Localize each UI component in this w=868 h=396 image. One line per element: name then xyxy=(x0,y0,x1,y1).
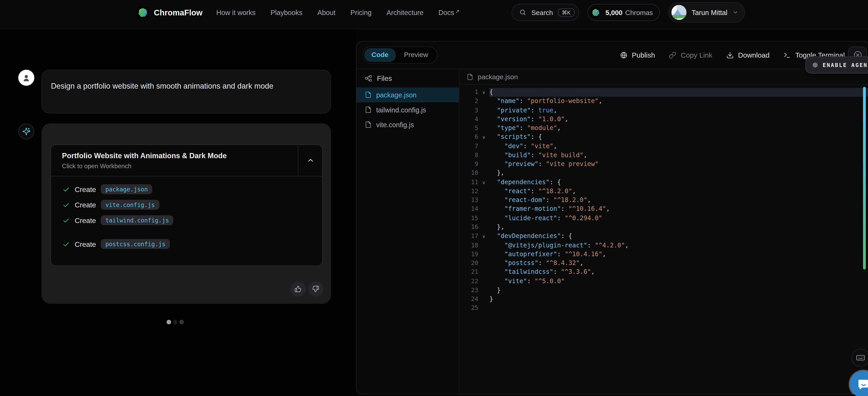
code-line-17[interactable]: 17∨ "devDependencies": { xyxy=(459,232,868,241)
nav-link-docs[interactable]: Docs↗ xyxy=(438,9,460,16)
fold-spacer xyxy=(478,214,489,223)
feedback-buttons xyxy=(290,282,323,297)
code-line-24[interactable]: 24} xyxy=(459,295,868,304)
avatar: Tar… xyxy=(672,5,687,20)
code-line-15[interactable]: 15 "lucide-react": "^0.294.0" xyxy=(459,214,868,223)
user-menu[interactable]: Tar… Tarun Mittal xyxy=(668,2,745,23)
file-item-vite-config-js[interactable]: vite.config.js xyxy=(356,118,459,132)
editor-tab-label: package.json xyxy=(478,73,518,80)
line-number: 19 xyxy=(459,250,478,259)
nav-link-playbooks[interactable]: Playbooks xyxy=(271,9,303,16)
fold-spacer xyxy=(478,97,489,106)
nav-link-architecture[interactable]: Architecture xyxy=(386,9,424,16)
code-line-6[interactable]: 6∨ "scripts": { xyxy=(459,133,868,142)
line-number: 5 xyxy=(459,124,478,133)
line-number: 22 xyxy=(459,277,478,286)
user-message-text: Design a portfolio website with smooth a… xyxy=(51,82,274,90)
fold-spacer xyxy=(478,286,489,295)
code-line-5[interactable]: 5 "type": "module", xyxy=(459,124,868,133)
code-line-19[interactable]: 19 "autoprefixer": "^10.4.16", xyxy=(459,250,868,259)
code-line-22[interactable]: 22 "vite": "^5.0.0" xyxy=(459,277,868,286)
code-text: "react": "^18.2.0", xyxy=(489,187,576,196)
file-item-tailwind-config-js[interactable]: tailwind.config.js xyxy=(356,102,459,118)
editor-scrollbar[interactable] xyxy=(863,87,865,269)
code-text: "autoprefixer": "^10.4.16", xyxy=(489,250,606,259)
chevron-down-icon xyxy=(732,9,738,15)
download-button[interactable]: Download xyxy=(726,51,770,59)
code-text: } xyxy=(489,295,493,304)
code-line-16[interactable]: 16 }, xyxy=(459,223,868,232)
file-tree-icon xyxy=(365,75,372,82)
fold-toggle-icon[interactable]: ∨ xyxy=(478,232,489,241)
code-line-11[interactable]: 11∨ "dependencies": { xyxy=(459,178,868,187)
workbench-collapse-button[interactable] xyxy=(298,145,322,176)
code-line-9[interactable]: 9 "preview": "vite preview" xyxy=(459,160,868,169)
chat-panel: Design a portfolio website with smooth a… xyxy=(0,29,356,396)
workspace-panel: CodePreview PublishCopy LinkDownloadTogg… xyxy=(356,41,868,395)
code-text: "vite": "^5.0.0" xyxy=(489,277,565,286)
file-item-package-json[interactable]: package.json xyxy=(356,88,459,102)
line-number: 18 xyxy=(459,241,478,250)
brand[interactable]: ChromaFlow xyxy=(137,6,203,19)
code-line-10[interactable]: 10 }, xyxy=(459,169,868,178)
carousel-dot-2[interactable] xyxy=(173,320,177,324)
thumbs-down-icon xyxy=(312,286,319,293)
credits-badge[interactable]: 5,000 Chromas xyxy=(587,4,660,21)
nav-link-how-it-works[interactable]: How it works xyxy=(216,9,255,16)
enable-agents-toggle[interactable]: ENABLE AGENTS xyxy=(805,56,868,74)
fold-spacer xyxy=(478,241,489,250)
nav-link-about[interactable]: About xyxy=(317,9,335,16)
user-avatar-icon xyxy=(18,70,34,86)
code-line-14[interactable]: 14 "framer-motion": "^10.16.4", xyxy=(459,205,868,214)
publish-button[interactable]: Publish xyxy=(620,51,655,59)
fold-toggle-icon[interactable]: ∨ xyxy=(478,178,489,187)
fold-toggle-icon[interactable]: ∨ xyxy=(478,88,489,97)
code-line-7[interactable]: 7 "dev": "vite", xyxy=(459,142,868,151)
code-line-8[interactable]: 8 "build": "vite build", xyxy=(459,151,868,160)
fold-toggle-icon[interactable]: ∨ xyxy=(478,133,489,142)
external-link-icon: ↗ xyxy=(455,8,460,14)
code-text: "tailwindcss": "^3.3.6", xyxy=(489,268,595,277)
task-postcss-config-js: Createpostcss.config.js xyxy=(63,238,311,250)
workbench-card-header[interactable]: Portfolio Website with Animations & Dark… xyxy=(51,145,322,176)
app-window: ChromaFlow How it worksPlaybooksAboutPri… xyxy=(0,0,868,396)
code-line-25[interactable]: 25 xyxy=(459,304,868,313)
code-area[interactable]: 1∨{2 "name": "portfolio-website",3 "priv… xyxy=(459,85,868,394)
task-tailwind-config-js: Createtailwind.config.js xyxy=(63,214,311,226)
code-text: "dev": "vite", xyxy=(489,142,557,151)
line-number: 17 xyxy=(459,232,478,241)
code-line-1[interactable]: 1∨{ xyxy=(459,88,868,97)
sparkles-icon xyxy=(22,127,30,135)
tab-preview[interactable]: Preview xyxy=(397,48,435,62)
view-tabs: CodePreview xyxy=(363,46,437,64)
user-message-row: Design a portfolio website with smooth a… xyxy=(18,70,331,113)
code-line-13[interactable]: 13 "react-dom": "^18.2.0", xyxy=(459,196,868,205)
task-file-chip: vite.config.js xyxy=(101,200,159,210)
nav-links: How it worksPlaybooksAboutPricingArchite… xyxy=(216,9,460,16)
search-button[interactable]: Search ⌘K xyxy=(512,4,579,21)
code-line-18[interactable]: 18 "@vitejs/plugin-react": "^4.2.0", xyxy=(459,241,868,250)
copy-link-button[interactable]: Copy Link xyxy=(669,51,712,59)
thumbs-down-button[interactable] xyxy=(308,282,323,297)
code-text: "preview": "vite preview" xyxy=(489,160,599,169)
file-icon xyxy=(467,73,473,80)
code-line-3[interactable]: 3 "private": true, xyxy=(459,106,868,115)
thumbs-up-button[interactable] xyxy=(290,282,306,297)
code-line-23[interactable]: 23 } xyxy=(459,286,868,295)
code-line-20[interactable]: 20 "postcss": "^8.4.32", xyxy=(459,259,868,268)
code-line-4[interactable]: 4 "version": "1.0.0", xyxy=(459,115,868,124)
chevron-up-icon xyxy=(306,157,314,164)
carousel-dot-3[interactable] xyxy=(179,320,184,324)
keyboard-icon xyxy=(856,353,865,362)
task-package-json: Createpackage.json xyxy=(63,184,311,195)
code-line-12[interactable]: 12 "react": "^18.2.0", xyxy=(459,187,868,196)
tab-code[interactable]: Code xyxy=(364,48,396,62)
code-line-21[interactable]: 21 "tailwindcss": "^3.3.6", xyxy=(459,268,868,277)
carousel-dot-1-active[interactable] xyxy=(167,320,171,324)
code-line-2[interactable]: 2 "name": "portfolio-website", xyxy=(459,97,868,106)
fold-spacer xyxy=(478,295,489,304)
nav-link-pricing[interactable]: Pricing xyxy=(350,9,372,16)
keyboard-shortcuts-button[interactable] xyxy=(851,349,868,367)
fold-spacer xyxy=(478,223,489,232)
link-icon xyxy=(669,52,676,59)
